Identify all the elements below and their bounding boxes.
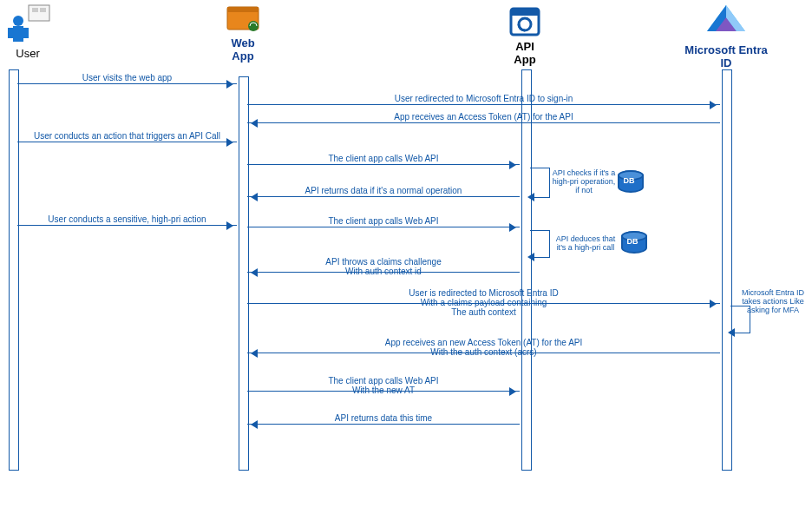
- api-icon: [508, 7, 542, 38]
- self-note: API deduces that it's a high-pri call: [552, 234, 619, 252]
- svg-rect-4: [29, 5, 49, 21]
- user-icon: [4, 2, 51, 45]
- db-label: DB: [618, 176, 640, 185]
- sequence-diagram: User Web App API App Microsoft Entra ID: [0, 0, 812, 514]
- actor-user: User: [2, 2, 54, 60]
- arrow: [17, 83, 237, 84]
- msg-label: User conducts a sensitive, high-pri acti…: [17, 214, 237, 224]
- msg-label: App receives an Access Token (AT) for th…: [247, 112, 720, 122]
- side-note: Microsoft Entra ID takes actions Like as…: [739, 288, 807, 314]
- svg-rect-11: [511, 9, 539, 16]
- actor-label: Microsoft Entra ID: [678, 43, 774, 69]
- lifeline-user: [9, 69, 19, 471]
- actor-label: API App: [503, 40, 547, 66]
- svg-rect-6: [40, 8, 46, 12]
- svg-rect-2: [8, 28, 13, 38]
- self-arrow: [530, 230, 550, 258]
- svg-rect-3: [23, 28, 29, 38]
- arrow: [17, 225, 237, 226]
- arrow: [247, 164, 520, 165]
- actor-web-app: Web App: [217, 2, 269, 63]
- actor-label: User: [2, 47, 54, 60]
- msg-label: User redirected to Microsoft Entra ID to…: [247, 94, 720, 103]
- self-note: API checks if it's a high-pri operation,…: [552, 168, 616, 194]
- arrow: [247, 424, 520, 425]
- svg-point-0: [13, 16, 23, 26]
- arrow: [247, 122, 720, 123]
- msg-label: API returns data this time: [247, 413, 520, 423]
- arrow: [247, 227, 520, 227]
- msg-label: The client app calls Web API: [247, 154, 520, 163]
- arrow: [17, 142, 237, 142]
- server-icon: [222, 2, 264, 35]
- svg-rect-1: [13, 26, 23, 42]
- lifeline-api: [521, 69, 532, 471]
- msg-label: The client app calls Web API: [247, 216, 520, 226]
- svg-rect-8: [227, 7, 259, 12]
- svg-rect-5: [32, 8, 38, 12]
- entra-icon: [702, 2, 750, 42]
- actor-api-app: API App: [503, 7, 547, 66]
- actor-label: Web App: [217, 36, 269, 63]
- db-label: DB: [621, 237, 644, 246]
- msg-label: User conducts an action that triggers an…: [17, 131, 237, 141]
- msg-label: User is redirected to Microsoft Entra ID…: [247, 288, 720, 317]
- msg-label: App receives an new Access Token (AT) fo…: [247, 338, 720, 357]
- arrow: [247, 196, 520, 197]
- msg-label: The client app calls Web API With the ne…: [247, 376, 520, 395]
- msg-label: API throws a claims challenge With auth …: [247, 257, 520, 276]
- arrow: [247, 104, 720, 105]
- self-arrow: [530, 168, 550, 198]
- msg-label: User visits the web app: [17, 73, 237, 82]
- lifeline-entra: [722, 69, 732, 471]
- msg-label: API returns data if it's a normal operat…: [247, 186, 520, 195]
- actor-entra: Microsoft Entra ID: [678, 2, 774, 69]
